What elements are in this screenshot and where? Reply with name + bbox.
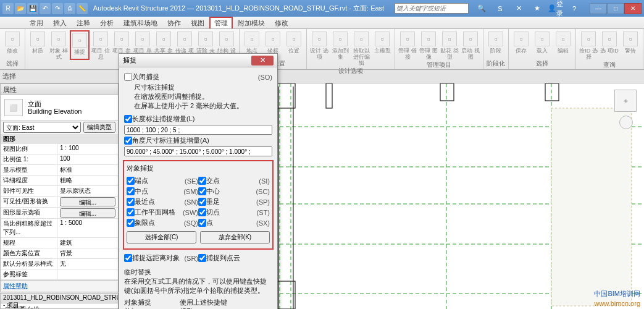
snap-checkbox[interactable] — [127, 177, 135, 185]
minimize-button[interactable]: — — [590, 3, 607, 14]
property-value[interactable]: 粗略 — [57, 176, 118, 185]
save-icon[interactable]: 💾 — [27, 3, 38, 14]
snap-option: 象限点(SQ) — [127, 218, 198, 227]
view-cube[interactable]: ◈ — [614, 90, 637, 112]
snap-label: 点 — [206, 218, 251, 227]
svg-rect-16 — [440, 83, 454, 101]
property-value[interactable] — [57, 269, 118, 279]
ribbon-tab-7[interactable]: 管理 — [209, 17, 233, 28]
ribbon-group: ▫阶段阶段化 — [483, 29, 509, 69]
property-value[interactable]: 1 : 100 — [57, 144, 118, 154]
property-edit-button[interactable]: 编辑... — [60, 208, 115, 218]
property-value[interactable]: 建筑 — [57, 238, 118, 248]
ribbon-button[interactable]: ▫管理 链接 — [398, 30, 417, 60]
ribbon-button[interactable]: ▫选 项ID — [600, 30, 619, 60]
dialog-close-button[interactable]: ✕ — [251, 56, 274, 66]
ribbon-button[interactable]: ▫按ID 选择 — [579, 30, 598, 60]
snap-checkbox[interactable] — [198, 177, 206, 185]
infocenter-search-icon[interactable]: 🔍 — [474, 3, 490, 14]
ribbon-button[interactable]: ▫编辑 — [553, 30, 573, 59]
dialog-titlebar[interactable]: 捕捉 ✕ — [119, 54, 277, 67]
ribbon-button[interactable]: ▫管理 图像 — [419, 30, 438, 60]
ribbon-button-icon: ▫ — [463, 32, 478, 46]
ribbon-button[interactable]: ▫位置 — [284, 30, 304, 59]
pointcloud-snap-checkbox[interactable] — [198, 254, 206, 262]
ribbon-button[interactable]: ▫警告 — [621, 30, 640, 60]
favorites-icon[interactable]: ★ — [529, 3, 545, 14]
ribbon-tab-2[interactable]: 注释 — [72, 17, 95, 28]
open-icon[interactable]: 📂 — [15, 3, 26, 14]
property-value[interactable]: 显示原状态 — [57, 186, 118, 196]
ribbon-button[interactable]: ▫贴花 类型 — [440, 30, 459, 60]
ribbon-button[interactable]: ▫主模型 — [372, 30, 392, 66]
property-value[interactable]: 背景 — [57, 248, 118, 258]
ribbon-button[interactable]: ▫保存 — [511, 30, 531, 59]
ribbon-tab-3[interactable]: 分析 — [95, 17, 119, 28]
remote-snap-checkbox[interactable] — [124, 254, 132, 262]
edit-type-button[interactable]: 编辑类型 — [83, 122, 115, 133]
ribbon-button[interactable]: ▫项目 信息 — [91, 30, 111, 60]
ribbon-button[interactable]: ▫启动 视图 — [461, 30, 480, 60]
snap-checkbox[interactable] — [127, 187, 135, 195]
main-area: 属性 ⬜ 立面 Building Elevation 立面: East 编辑类型… — [0, 83, 644, 309]
length-increment-checkbox[interactable] — [124, 115, 132, 123]
undo-icon[interactable]: ↶ — [40, 3, 51, 14]
ribbon-tab-9[interactable]: 修改 — [270, 17, 293, 28]
properties-help-link[interactable]: 属性帮助 — [1, 280, 118, 292]
property-value[interactable]: 编辑... — [57, 208, 118, 218]
app-menu-icon[interactable]: R — [2, 3, 14, 14]
redo-icon[interactable]: ↷ — [52, 3, 63, 14]
ribbon-button[interactable]: ▫载入 — [532, 30, 552, 59]
nav-wheel-icon[interactable] — [619, 116, 633, 129]
ribbon-button[interactable]: ▫修改 — [2, 30, 22, 59]
help-icon[interactable]: ? — [566, 3, 582, 14]
property-name: 视图比例 — [1, 144, 57, 154]
property-value[interactable]: 无 — [57, 259, 118, 269]
signin-button[interactable]: 👤 登录 — [548, 3, 564, 14]
property-value[interactable]: 1 : 5000 — [57, 219, 118, 237]
type-selector[interactable]: ⬜ 立面 Building Elevation — [1, 95, 118, 121]
snap-checkbox[interactable] — [198, 198, 206, 206]
snap-checkbox[interactable] — [198, 219, 206, 227]
tree-expander-icon[interactable]: ⊟ — [4, 305, 10, 309]
property-value[interactable]: 标准 — [57, 165, 118, 175]
ribbon-tabs: 常用插入注释分析建筑和场地协作视图管理附加模块修改 — [0, 17, 644, 29]
ribbon-button[interactable]: ▫添加到集 — [330, 30, 350, 66]
angle-increment-checkbox[interactable] — [124, 137, 132, 145]
property-edit-button[interactable]: 编辑... — [60, 197, 115, 206]
ribbon-button[interactable]: ▫阶段 — [486, 30, 506, 59]
ribbon-tab-6[interactable]: 视图 — [186, 17, 209, 28]
property-value[interactable]: 100 — [57, 154, 118, 164]
ribbon-tab-8[interactable]: 附加模块 — [233, 17, 270, 28]
ribbon-tab-5[interactable]: 协作 — [162, 17, 186, 28]
length-increment-input[interactable] — [124, 125, 272, 135]
snap-checkbox[interactable] — [127, 208, 135, 216]
ribbon-button[interactable]: ▫拾取以进行编辑 — [351, 30, 371, 66]
measure-icon[interactable]: 📏 — [77, 3, 88, 14]
ribbon-tab-4[interactable]: 建筑和场地 — [119, 17, 162, 28]
maximize-button[interactable]: □ — [607, 3, 624, 14]
exchange-icon[interactable]: ✕ — [511, 3, 527, 14]
subscription-icon[interactable]: S — [492, 3, 508, 14]
window-close-button[interactable]: ✕ — [624, 3, 642, 14]
ribbon-tab-1[interactable]: 插入 — [48, 17, 72, 28]
tree-node[interactable]: ⊟ 视图 (all) — [2, 305, 117, 309]
help-search-input[interactable] — [395, 3, 469, 14]
print-icon[interactable]: ⎙ — [64, 3, 75, 14]
ribbon-button-icon: ▫ — [333, 32, 348, 46]
ribbon-button[interactable]: ▫捕捉 — [70, 30, 90, 60]
instance-selector[interactable]: 立面: East — [3, 122, 81, 133]
snap-checkbox[interactable] — [127, 219, 135, 227]
ribbon-button[interactable]: ▫对象 样式 — [49, 30, 69, 60]
disable-snaps-checkbox[interactable] — [124, 73, 132, 81]
select-all-button[interactable]: 选择全部(C) — [127, 231, 196, 243]
angle-increment-input[interactable] — [124, 146, 272, 156]
snap-checkbox[interactable] — [198, 208, 206, 216]
ribbon-tab-0[interactable]: 常用 — [25, 17, 48, 28]
ribbon-button[interactable]: ▫材质 — [28, 30, 48, 60]
property-value[interactable]: 编辑... — [57, 197, 118, 207]
snap-checkbox[interactable] — [127, 198, 135, 206]
snap-checkbox[interactable] — [198, 187, 206, 195]
ribbon-button[interactable]: ▫设计 选项 — [309, 30, 329, 66]
deselect-all-button[interactable]: 放弃全部(K) — [200, 231, 270, 243]
